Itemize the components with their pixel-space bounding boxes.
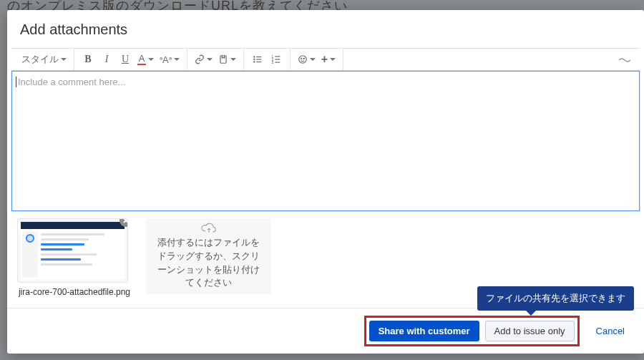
attachment-item: jira-core-700-attachedfile.png — [17, 218, 132, 297]
svg-rect-12 — [275, 62, 280, 63]
svg-rect-2 — [256, 57, 261, 57]
emoji-icon — [298, 54, 308, 64]
emoji-button[interactable] — [295, 51, 318, 68]
bold-button[interactable]: B — [79, 51, 97, 68]
share-tooltip: ファイルの共有先を選択できます — [477, 286, 634, 311]
attachment-filename: jira-core-700-attachedfile.png — [17, 287, 132, 297]
link-button[interactable] — [192, 51, 215, 68]
insert-more-button[interactable]: + — [318, 51, 338, 68]
svg-point-5 — [253, 61, 255, 62]
svg-rect-10 — [275, 59, 280, 59]
chevron-down-icon — [330, 58, 336, 64]
svg-point-14 — [301, 58, 301, 59]
underline-button[interactable]: U — [116, 51, 135, 68]
svg-rect-8 — [275, 56, 280, 57]
chevron-down-icon — [230, 58, 236, 64]
comment-editor[interactable]: Include a comment here... — [11, 71, 640, 211]
attachments-row: jira-core-700-attachedfile.png 添付するにはファイ… — [7, 211, 644, 298]
bullet-list-icon — [253, 54, 263, 64]
text-cursor — [16, 77, 16, 87]
collapse-toolbar-button[interactable] — [613, 53, 637, 66]
add-attachments-modal: Add attachments スタイル B I U A — [7, 10, 644, 354]
link-icon — [195, 54, 205, 64]
editor-toolbar: スタイル B I U A ᵃAᵃ — [11, 48, 640, 71]
chevron-down-icon — [310, 58, 316, 64]
chevron-down-icon — [148, 58, 154, 64]
close-icon — [122, 218, 128, 224]
svg-rect-0 — [220, 56, 226, 64]
numbered-list-button[interactable]: 123 — [267, 51, 286, 68]
attachment-icon — [218, 54, 228, 64]
italic-button[interactable]: I — [97, 51, 116, 68]
add-to-issue-only-button[interactable]: Add to issue only — [485, 321, 575, 341]
attachment-dropzone[interactable]: 添付するにはファイルをドラッグするか、スクリーンショットを貼り付けてください — [146, 218, 271, 294]
dropzone-text: 添付するにはファイルをドラッグするか、スクリーンショットを貼り付けてください — [156, 236, 261, 290]
text-color-button[interactable]: A — [135, 51, 157, 68]
modal-header: Add attachments — [7, 10, 644, 48]
attachment-thumbnail[interactable] — [17, 218, 128, 283]
attachment-button[interactable] — [215, 51, 239, 68]
svg-point-15 — [303, 58, 304, 59]
chevron-down-icon — [207, 58, 213, 64]
style-dropdown-label: スタイル — [21, 53, 59, 66]
svg-rect-4 — [256, 59, 261, 59]
svg-point-3 — [253, 59, 255, 60]
modal-footer: Share with customer Add to issue only Ca… — [7, 308, 644, 354]
svg-rect-6 — [256, 62, 261, 62]
highlighted-buttons: Share with customer Add to issue only — [364, 316, 580, 346]
text-color-letter: A — [139, 54, 145, 63]
cancel-button[interactable]: Cancel — [587, 321, 634, 341]
chevron-down-icon — [61, 58, 67, 64]
numbered-list-icon: 123 — [271, 54, 281, 64]
svg-point-1 — [253, 56, 255, 57]
text-color-bar — [137, 64, 146, 65]
collapse-icon — [618, 56, 631, 63]
svg-point-13 — [298, 56, 306, 64]
modal-title: Add attachments — [20, 21, 631, 38]
bullet-list-button[interactable] — [248, 51, 267, 68]
editor-placeholder: Include a comment here... — [18, 77, 125, 87]
chevron-down-icon — [174, 58, 180, 64]
share-with-customer-button[interactable]: Share with customer — [369, 321, 479, 341]
sub-super-button[interactable]: ᵃAᵃ — [157, 51, 182, 68]
upload-cloud-icon — [198, 223, 220, 233]
editor-placeholder-text: Include a comment here... — [18, 77, 125, 87]
style-dropdown[interactable]: スタイル — [19, 51, 69, 68]
svg-text:3: 3 — [271, 61, 273, 64]
